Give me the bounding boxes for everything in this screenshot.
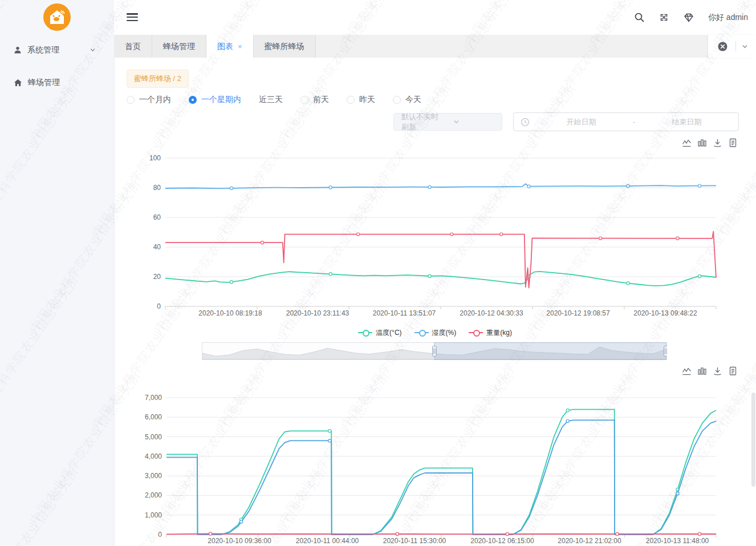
radio-dot[interactable]: [300, 96, 308, 104]
legend-label: 湿度(%): [432, 328, 457, 338]
chevron-down-icon: [453, 118, 497, 126]
radio-dot[interactable]: [189, 96, 197, 104]
chart1-toolbox: [682, 138, 738, 148]
secondary-line-chart[interactable]: 01,0002,0003,0004,0005,0006,0007,0002020…: [114, 385, 756, 546]
top-header: 你好 admin: [114, 0, 756, 35]
svg-text:2020-10-10 23:11:43: 2020-10-10 23:11:43: [286, 309, 349, 317]
bee-house-icon: [48, 9, 66, 26]
tab-0[interactable]: 首页: [114, 35, 152, 58]
data-view-icon[interactable]: [728, 366, 738, 376]
line-chart-icon[interactable]: [682, 366, 692, 376]
radio-option-1[interactable]: 一个星期内: [189, 95, 241, 105]
tab-menu-chevron-icon[interactable]: [741, 43, 749, 50]
line-chart-icon[interactable]: [682, 138, 692, 148]
tab-1[interactable]: 蜂场管理: [152, 35, 206, 58]
svg-text:2020-10-10 09:36:00: 2020-10-10 09:36:00: [208, 537, 271, 545]
radio-label: 今天: [405, 95, 421, 105]
legend-marker: [358, 332, 372, 333]
sidebar-item-apiary-management[interactable]: 蜂场管理: [0, 73, 114, 92]
chevron-down-icon: [90, 46, 96, 55]
svg-text:40: 40: [153, 243, 161, 251]
scrollbar[interactable]: [751, 393, 755, 487]
radio-label: 昨天: [359, 95, 375, 105]
download-icon[interactable]: [713, 366, 722, 376]
svg-text:2020-10-12 06:15:00: 2020-10-12 06:15:00: [470, 537, 534, 545]
radio-option-3[interactable]: 前天: [300, 95, 329, 105]
tab-label: 图表: [217, 42, 233, 51]
sidebar-item-label: 系统管理: [27, 45, 59, 55]
clock-icon: [521, 118, 530, 127]
svg-text:2020-10-11 15:30:00: 2020-10-11 15:30:00: [383, 537, 446, 545]
legend-label: 温度(°C): [376, 328, 401, 338]
radio-label: 近三天: [259, 95, 283, 105]
search-icon[interactable]: [634, 12, 645, 23]
svg-text:0: 0: [158, 531, 162, 539]
tab-label: 蜂场管理: [163, 42, 195, 51]
time-range-radio-group: 一个月内一个星期内近三天前天昨天今天: [127, 95, 439, 105]
user-icon: [14, 46, 22, 54]
menu-toggle-icon[interactable]: [127, 13, 138, 22]
legend-item-2[interactable]: 重量(kg): [469, 328, 512, 338]
tab-2[interactable]: 图表×: [206, 35, 254, 58]
date-range-picker[interactable]: 开始日期 - 结束日期: [513, 112, 739, 131]
svg-text:3,000: 3,000: [145, 472, 162, 480]
tab-controls: [708, 35, 756, 58]
legend-item-0[interactable]: 温度(°C): [358, 328, 401, 338]
fullscreen-icon[interactable]: [659, 12, 669, 23]
svg-text:2020-10-12 04:30:33: 2020-10-12 04:30:33: [460, 309, 523, 317]
refresh-mode-select[interactable]: 默认不实时刷新: [393, 113, 502, 131]
sensor-line-chart[interactable]: 0204060801002020-10-10 08:19:182020-10-1…: [114, 147, 756, 325]
svg-text:20: 20: [153, 273, 161, 281]
bar-chart-icon[interactable]: [697, 366, 707, 376]
chart2-toolbox: [682, 366, 738, 376]
radio-dot[interactable]: [347, 96, 355, 104]
radio-option-4[interactable]: 昨天: [347, 95, 375, 105]
app-root: 系统管理 蜂场管理 你好 admin 首页蜂场管: [0, 0, 756, 546]
svg-text:2020-10-12 19:08:57: 2020-10-12 19:08:57: [546, 309, 610, 317]
end-date-input[interactable]: 结束日期: [635, 117, 738, 127]
legend-item-1[interactable]: 湿度(%): [414, 328, 457, 338]
legend-marker: [414, 332, 429, 333]
bar-chart-icon[interactable]: [697, 138, 707, 148]
svg-text:2020-10-10 08:19:18: 2020-10-10 08:19:18: [198, 309, 262, 317]
user-greeting[interactable]: 你好 admin: [708, 13, 748, 23]
legend-marker: [469, 332, 483, 333]
radio-label: 一个月内: [139, 95, 171, 105]
sidebar: 系统管理 蜂场管理: [0, 0, 115, 546]
close-all-tabs-icon[interactable]: [717, 41, 728, 52]
svg-text:2020-10-11 00:44:00: 2020-10-11 00:44:00: [296, 537, 359, 545]
radio-dot[interactable]: [127, 96, 135, 104]
svg-text:2020-10-13 09:48:22: 2020-10-13 09:48:22: [633, 309, 697, 317]
svg-text:2020-10-11 13:51:07: 2020-10-11 13:51:07: [373, 309, 436, 317]
svg-text:1,000: 1,000: [145, 511, 162, 519]
legend-label: 重量(kg): [486, 328, 512, 338]
gem-icon[interactable]: [683, 13, 694, 23]
tab-3[interactable]: 蜜蜂所蜂场: [254, 35, 316, 58]
tab-close-icon[interactable]: ×: [238, 42, 242, 51]
svg-text:6,000: 6,000: [145, 413, 162, 421]
apiary-breadcrumb-badge[interactable]: 蜜蜂所蜂场 / 2: [127, 70, 189, 88]
sidebar-item-system-management[interactable]: 系统管理: [0, 41, 114, 60]
svg-text:2020-10-13 11:48:00: 2020-10-13 11:48:00: [646, 537, 709, 545]
radio-dot[interactable]: [393, 96, 401, 104]
sidebar-item-label: 蜂场管理: [28, 78, 60, 88]
radio-option-5[interactable]: 今天: [393, 95, 421, 105]
radio-option-0[interactable]: 一个月内: [127, 95, 171, 105]
svg-text:100: 100: [149, 154, 161, 162]
refresh-mode-value: 默认不实时刷新: [401, 112, 445, 132]
tab-label: 首页: [125, 42, 141, 51]
datazoom-slider[interactable]: [202, 342, 667, 360]
svg-text:2,000: 2,000: [145, 491, 162, 499]
svg-text:0: 0: [157, 302, 161, 310]
svg-text:60: 60: [153, 213, 161, 221]
download-icon[interactable]: [713, 138, 722, 148]
radio-option-2[interactable]: 近三天: [259, 95, 283, 105]
start-date-input[interactable]: 开始日期: [530, 117, 633, 127]
svg-text:2020-10-12 21:02:00: 2020-10-12 21:02:00: [558, 537, 621, 545]
divider: [735, 41, 736, 51]
chart1-legend: 温度(°C)湿度(%)重量(kg): [114, 325, 756, 338]
data-view-icon[interactable]: [728, 138, 738, 148]
home-icon: [14, 79, 22, 87]
svg-text:80: 80: [153, 184, 161, 192]
app-logo: [43, 3, 71, 31]
